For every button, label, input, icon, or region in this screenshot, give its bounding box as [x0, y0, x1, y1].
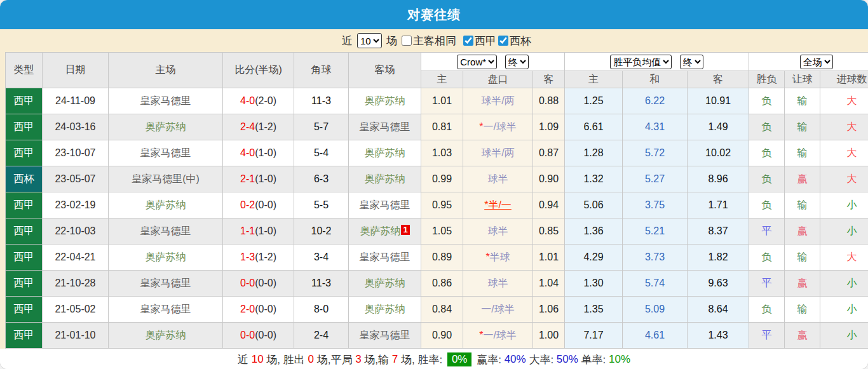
sub-header-result-goals: 进球数: [820, 71, 868, 88]
league-laliga-checkbox[interactable]: [463, 36, 473, 46]
home-team: 皇家马德里: [109, 218, 223, 245]
league-type-cell: 西甲: [6, 271, 43, 297]
result-handicap: 赢: [785, 271, 820, 297]
page-title: 对赛往绩: [0, 0, 868, 29]
match-date: 23-05-07: [43, 166, 109, 192]
match-row: 西甲23-10-07皇家马德里4-0(1-0)5-4奥萨苏纳1.03球半/两0.…: [6, 140, 868, 166]
avg-away: 8.64: [688, 297, 749, 323]
halftime-score: (0-0): [255, 304, 276, 314]
odds-home: 1.05: [421, 218, 463, 245]
match-row: 西杯23-05-07皇家马德里(中)2-1(1-0)6-3奥萨苏纳0.99球半0…: [6, 166, 868, 192]
league-laliga-option[interactable]: 西甲: [463, 34, 496, 48]
fulltime-score: 0-0: [240, 278, 255, 288]
same-venue-checkbox[interactable]: [402, 36, 412, 46]
league-laliga-label: 西甲: [475, 34, 496, 48]
odds-away: 0.94: [533, 192, 565, 218]
result-wdl: 负: [749, 166, 785, 192]
avg-time-select[interactable]: 终: [680, 55, 703, 69]
avg-draw: 5.74: [623, 271, 688, 297]
summary-segment: 3: [355, 353, 361, 366]
odds-home: 0.90: [421, 323, 463, 349]
corners-cell: 11-3: [294, 271, 349, 297]
odds-away: 1.00: [533, 323, 565, 349]
sub-header-odds-away: 客: [533, 71, 565, 88]
avg-type-select[interactable]: 胜平负均值: [610, 55, 672, 69]
home-team: 奥萨苏纳: [109, 245, 223, 271]
result-goals: 小: [820, 323, 868, 349]
result-handicap: 输: [785, 192, 820, 218]
avg-away: 1.82: [688, 245, 749, 271]
odds-company-select[interactable]: Crow*: [457, 55, 497, 69]
odds-home: 0.84: [421, 297, 463, 323]
avg-home: 1.32: [565, 166, 623, 192]
avg-dropdown-group: 胜平负均值 终: [565, 53, 749, 71]
avg-home: 4.29: [565, 245, 623, 271]
halftime-score: (0-0): [255, 278, 276, 288]
match-count-select[interactable]: 10: [357, 33, 382, 48]
odds-away: 1.09: [533, 114, 565, 140]
odds-home: 1.03: [421, 140, 463, 166]
odds-time-select[interactable]: 终: [505, 55, 529, 69]
league-copa-option[interactable]: 西杯: [498, 34, 531, 48]
score-cell: 0-0(0-0): [223, 323, 294, 349]
handicap-line[interactable]: *半/一: [463, 192, 533, 218]
league-type-cell: 西甲: [6, 245, 43, 271]
same-venue-label: 主客相同: [413, 34, 456, 48]
summary-segment: 场, 胜出: [264, 352, 308, 367]
handicap-line: 球半/两: [463, 88, 533, 114]
avg-draw: 5.21: [623, 218, 688, 245]
result-handicap: 输: [785, 297, 820, 323]
sub-header-result-handicap: 让球: [785, 71, 820, 88]
score-cell: 2-4(1-2): [223, 114, 294, 140]
odds-away: 0.87: [533, 140, 565, 166]
handicap-line: 一/球半: [463, 297, 533, 323]
halftime-score: (0-0): [255, 330, 276, 340]
avg-away: 1.43: [688, 323, 749, 349]
result-goals: 大: [820, 88, 868, 114]
avg-draw: 5.09: [623, 297, 688, 323]
league-type-cell: 西甲: [6, 88, 43, 114]
away-team: 奥萨苏纳1: [349, 218, 421, 245]
handicap-line: 球半: [463, 218, 533, 245]
avg-draw: 5.27: [623, 166, 688, 192]
avg-draw: 4.61: [623, 323, 688, 349]
match-row: 西甲24-03-16奥萨苏纳2-4(1-2)5-7皇家马德里0.81*一/球半1…: [6, 114, 868, 140]
away-team: 皇家马德里: [349, 114, 421, 140]
result-wdl: 负: [749, 140, 785, 166]
match-date: 21-01-10: [43, 323, 109, 349]
result-goals: 大: [820, 166, 868, 192]
halftime-score: (1-2): [255, 121, 276, 132]
odds-away: 1.01: [533, 245, 565, 271]
odds-home: 0.99: [421, 166, 463, 192]
handicap-line: 球半: [463, 271, 533, 297]
away-team: 皇家马德里: [349, 323, 421, 349]
league-type-cell: 西甲: [6, 218, 43, 245]
avg-away: 8.37: [688, 218, 749, 245]
fulltime-score: 1-3: [240, 252, 255, 262]
avg-home: 1.36: [565, 218, 623, 245]
fulltime-score: 4-0: [240, 95, 255, 106]
result-goals: 小: [820, 297, 868, 323]
match-date: 23-10-07: [43, 140, 109, 166]
sub-header-avg-draw: 和: [623, 71, 688, 88]
odds-home: 0.81: [421, 114, 463, 140]
league-copa-checkbox[interactable]: [498, 36, 508, 46]
home-team: 皇家马德里: [109, 271, 223, 297]
match-row: 西甲23-02-19奥萨苏纳0-2(0-0)5-5皇家马德里0.95*半/一0.…: [6, 192, 868, 218]
match-row: 西甲22-04-21奥萨苏纳1-3(1-2)3-4皇家马德里0.89*半球1.0…: [6, 245, 868, 271]
summary-segment: 大率:: [526, 352, 557, 367]
handicap-line: 球半: [463, 166, 533, 192]
scope-dropdown-group: 全场: [749, 53, 868, 71]
result-goals: 大: [820, 245, 868, 271]
odds-home: 0.95: [421, 192, 463, 218]
result-wdl: 平: [749, 271, 785, 297]
filter-bar: 近 10 场 主客相同 西甲 西杯: [0, 29, 868, 52]
same-venue-option[interactable]: 主客相同: [402, 34, 456, 48]
odds-away: 0.85: [533, 218, 565, 245]
avg-home: 7.17: [565, 323, 623, 349]
away-team: 奥萨苏纳: [349, 140, 421, 166]
avg-away: 10.02: [688, 140, 749, 166]
avg-home: 1.30: [565, 271, 623, 297]
scope-select[interactable]: 全场: [800, 55, 833, 69]
score-cell: 0-2(0-0): [223, 192, 294, 218]
